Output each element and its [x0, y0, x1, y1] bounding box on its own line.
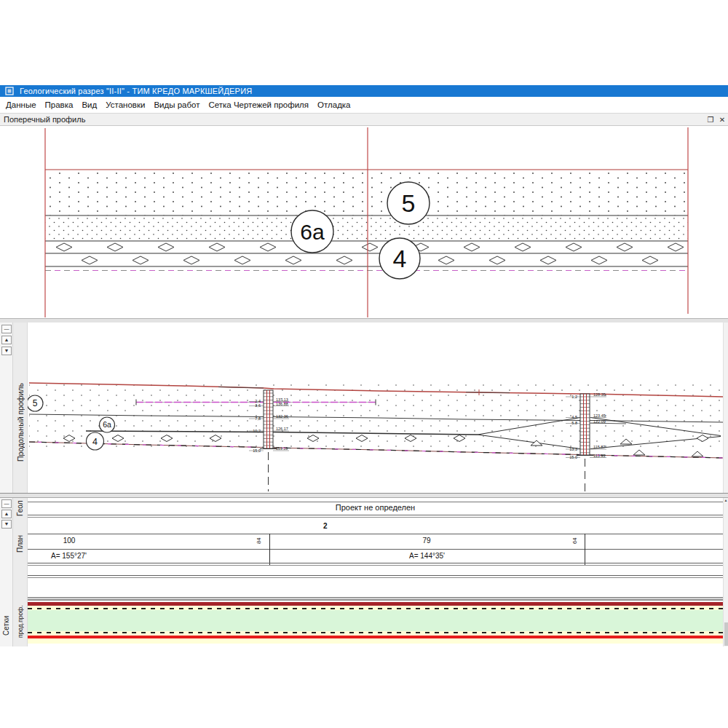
svg-text:6а: 6а: [300, 220, 325, 244]
svg-text:15,0: 15,0: [253, 448, 261, 453]
cross-profile-panel-header: Поперечный профиль ❐ ✕: [0, 113, 728, 126]
window-title: Геологический разрез "II-II" - ТИМ КРЕДО…: [20, 87, 252, 95]
profile-number: 2: [323, 522, 328, 530]
green-band: [28, 610, 723, 631]
svg-text:122.09: 122.09: [593, 419, 606, 424]
scroll-thumb[interactable]: [724, 622, 728, 646]
panel-title: Поперечный профиль: [4, 115, 85, 124]
menu-item-otladka[interactable]: Отладка: [313, 100, 355, 109]
middle-scrollbar[interactable]: [723, 323, 728, 493]
table-divider-2: [585, 534, 585, 565]
table-divider-1: [269, 534, 270, 565]
scroll-up-icon[interactable]: ▲: [724, 498, 728, 503]
menu-item-setka-chertezhey[interactable]: Сетка Чертежей профиля: [204, 100, 313, 109]
svg-text:123.45: 123.45: [593, 414, 606, 418]
segment1-azimuth: A= 155°27': [51, 552, 87, 560]
undock-icon[interactable]: ❐: [705, 115, 716, 124]
svg-text:15,0: 15,0: [569, 455, 577, 459]
segment2-azimuth: A= 144°35': [409, 552, 445, 560]
menu-bar: Данные Правка Вид Установки Виды работ С…: [0, 97, 728, 113]
menu-item-pravka[interactable]: Правка: [41, 100, 78, 109]
svg-text:136.88: 136.88: [276, 402, 288, 406]
svg-text:1,2: 1,2: [571, 395, 577, 399]
svg-text:5,8: 5,8: [571, 421, 577, 425]
longitudinal-panel-sidebar: — ▲ ▼: [0, 323, 13, 493]
menu-item-dannye[interactable]: Данные: [1, 100, 41, 109]
svg-text:13,3: 13,3: [569, 447, 577, 451]
segment2-end-label: 64: [570, 534, 579, 547]
app-icon: [5, 87, 14, 95]
layer-circle-4-mid: 4: [87, 432, 104, 450]
grids-panel-margin: Геол План прод.проф.: [13, 498, 28, 646]
panel-down-button[interactable]: ▼: [1, 347, 12, 355]
svg-text:119.39: 119.39: [276, 446, 288, 451]
svg-text:10,2: 10,2: [253, 429, 261, 433]
svg-text:5: 5: [33, 398, 38, 408]
svg-text:128.35: 128.35: [593, 392, 606, 397]
svg-text:115.87: 115.87: [593, 445, 605, 449]
svg-text:132.36: 132.36: [276, 414, 288, 419]
svg-text:4: 4: [92, 437, 98, 447]
cross-profile-drawing: 6а 5 4: [0, 126, 728, 318]
project-title: Проект не определен: [28, 503, 723, 512]
svg-text:7,8: 7,8: [255, 416, 261, 421]
svg-text:126.17: 126.17: [276, 427, 288, 431]
grids-panel-sidebar: — ▲ ▼ Сетки: [0, 498, 13, 646]
panel-collapse-button[interactable]: —: [1, 325, 12, 333]
layer-circle-4: 4: [379, 238, 420, 279]
horizontal-splitter-2[interactable]: [0, 493, 728, 498]
segment2-length: 79: [401, 537, 452, 545]
longitudinal-profile-label: Продольный профиль: [13, 377, 27, 468]
segment1-end-label: 84: [254, 534, 263, 547]
panel-up-button-2[interactable]: ▲: [1, 510, 12, 518]
svg-text:3,6: 3,6: [255, 403, 261, 408]
svg-text:6а: 6а: [103, 420, 111, 429]
panel-up-button[interactable]: ▲: [1, 336, 12, 344]
menu-item-vidy-rabot[interactable]: Виды работ: [149, 100, 204, 109]
panel-down-button-2[interactable]: ▼: [1, 520, 12, 529]
layer-circle-5: 5: [387, 182, 430, 224]
panel-collapse-button-2[interactable]: —: [1, 499, 12, 508]
grids-tab-label[interactable]: Сетки: [0, 610, 12, 642]
plan-section-label[interactable]: План: [13, 523, 27, 565]
longitudinal-panel-margin: Продольный профиль: [13, 323, 28, 493]
layer-circle-6a-mid: 6а: [100, 417, 115, 432]
window-titlebar[interactable]: Геологический разрез "II-II" - ТИМ КРЕДО…: [0, 85, 728, 97]
svg-text:5: 5: [402, 189, 416, 217]
svg-text:113.93: 113.93: [593, 454, 605, 458]
close-icon[interactable]: ✕: [717, 115, 727, 124]
menu-item-vid[interactable]: Вид: [77, 100, 101, 109]
segment1-length: 100: [44, 537, 95, 545]
geology-section-label[interactable]: Геол: [13, 498, 27, 518]
menu-item-ustanovki[interactable]: Установки: [101, 100, 149, 109]
layer-circle-5-mid: 5: [28, 395, 43, 411]
longitudinal-profile-drawing: 2,43,67,810,215,0137.13136.88132.36126.1…: [28, 323, 723, 493]
svg-text:4: 4: [393, 245, 407, 272]
layer-circle-6a: 6а: [291, 210, 333, 253]
prod-prof-section-label[interactable]: прод.проф.: [13, 598, 27, 645]
svg-text:4,5: 4,5: [571, 415, 577, 419]
bottom-scrollbar[interactable]: ▲: [723, 498, 728, 646]
